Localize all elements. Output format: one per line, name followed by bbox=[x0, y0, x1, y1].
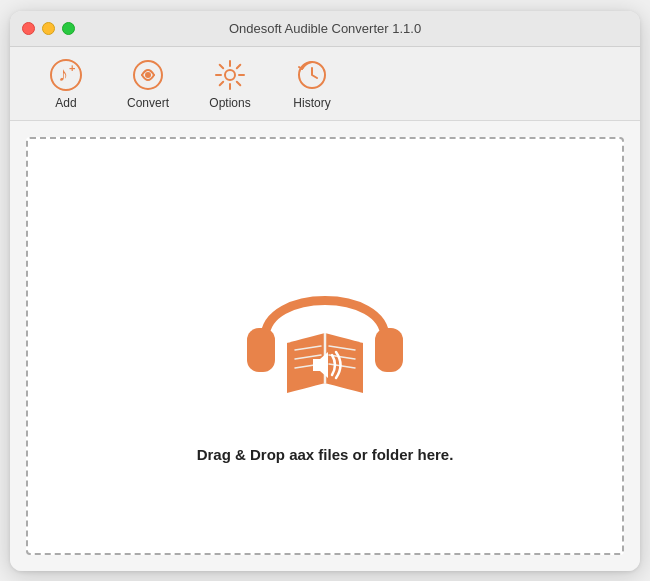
app-window: Ondesoft Audible Converter 1.1.0 ♪ + Add bbox=[10, 11, 640, 571]
toolbar-item-add[interactable]: ♪ + Add bbox=[30, 53, 102, 114]
window-title: Ondesoft Audible Converter 1.1.0 bbox=[229, 21, 421, 36]
maximize-button[interactable] bbox=[62, 22, 75, 35]
add-label: Add bbox=[55, 96, 76, 110]
options-label: Options bbox=[209, 96, 250, 110]
svg-point-4 bbox=[145, 72, 151, 78]
convert-label: Convert bbox=[127, 96, 169, 110]
toolbar-item-options[interactable]: Options bbox=[194, 53, 266, 114]
drop-zone[interactable]: Drag & Drop aax files or folder here. bbox=[26, 137, 624, 555]
audiobook-icon bbox=[225, 228, 425, 428]
toolbar-item-history[interactable]: History bbox=[276, 53, 348, 114]
svg-point-5 bbox=[225, 70, 235, 80]
svg-text:+: + bbox=[69, 62, 75, 74]
svg-rect-7 bbox=[247, 328, 275, 372]
history-label: History bbox=[293, 96, 330, 110]
toolbar-item-convert[interactable]: Convert bbox=[112, 53, 184, 114]
main-content: Drag & Drop aax files or folder here. bbox=[10, 121, 640, 571]
convert-icon bbox=[130, 57, 166, 93]
svg-rect-8 bbox=[375, 328, 403, 372]
traffic-lights bbox=[22, 22, 75, 35]
history-icon bbox=[294, 57, 330, 93]
toolbar: ♪ + Add Convert bbox=[10, 47, 640, 121]
options-icon bbox=[212, 57, 248, 93]
close-button[interactable] bbox=[22, 22, 35, 35]
add-icon: ♪ + bbox=[48, 57, 84, 93]
title-bar: Ondesoft Audible Converter 1.1.0 bbox=[10, 11, 640, 47]
drop-zone-text: Drag & Drop aax files or folder here. bbox=[197, 446, 454, 463]
svg-text:♪: ♪ bbox=[58, 63, 68, 85]
minimize-button[interactable] bbox=[42, 22, 55, 35]
